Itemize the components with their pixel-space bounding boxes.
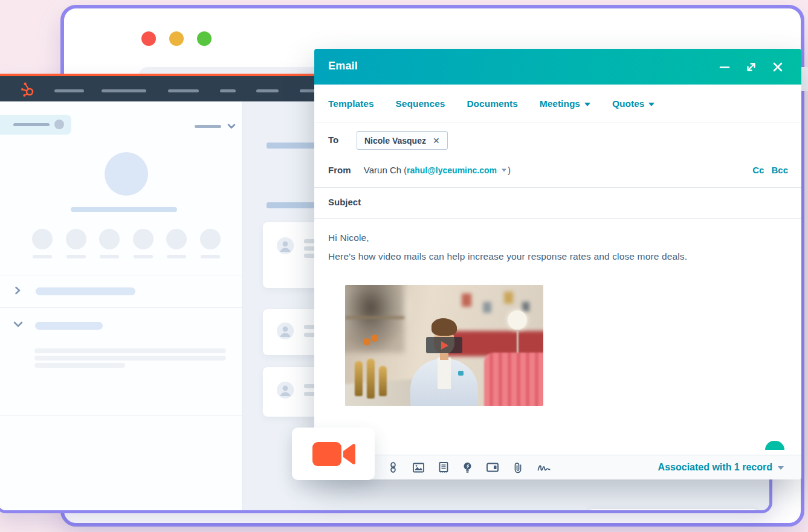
action-label-placeholder	[100, 255, 119, 258]
tab-documents[interactable]: Documents	[467, 98, 517, 109]
thumbnail-art-pink-booth	[484, 353, 543, 406]
body-message[interactable]: Here's how video mails can help increase…	[328, 251, 687, 262]
back-chip-text-placeholder	[13, 123, 50, 126]
modal-title: Email	[328, 60, 358, 72]
lightbulb-icon[interactable]	[463, 462, 472, 473]
contact-avatar-icon	[277, 237, 294, 254]
text-line-placeholder	[34, 348, 226, 353]
editor-toolbar	[388, 455, 551, 479]
cc-bcc: Cc Bcc	[752, 165, 788, 175]
to-label: To	[328, 135, 338, 145]
nav-item-placeholder[interactable]	[54, 89, 84, 92]
panel-divider	[0, 307, 242, 308]
action-label-placeholder	[66, 255, 86, 258]
chevron-right-icon[interactable]	[14, 286, 21, 295]
from-label: From	[328, 165, 351, 175]
tab-quotes[interactable]: Quotes	[612, 98, 654, 109]
contact-avatar-placeholder	[105, 152, 148, 196]
action-label-placeholder	[33, 255, 52, 258]
reply-box-placeholder[interactable]	[587, 509, 758, 513]
hubspot-logo-icon[interactable]	[20, 82, 36, 97]
document-icon[interactable]	[439, 462, 448, 473]
subject-input[interactable]	[381, 193, 780, 211]
thumbnail-art-lamp	[508, 310, 527, 330]
tab-label: Quotes	[612, 98, 644, 109]
peek-fab-arc	[765, 441, 784, 450]
section-title-placeholder[interactable]	[35, 322, 103, 330]
action-button-placeholder[interactable]	[32, 229, 53, 249]
nav-item-placeholder[interactable]	[168, 89, 199, 92]
body-greeting[interactable]: Hi Nicole,	[328, 232, 369, 243]
action-button-placeholder[interactable]	[133, 229, 154, 249]
video-insert-icon[interactable]	[486, 463, 499, 472]
thumbnail-art-man-shirt	[438, 357, 451, 389]
tab-sequences[interactable]: Sequences	[396, 98, 445, 109]
from-email-caret-icon[interactable]	[502, 169, 506, 172]
caret-down-icon	[648, 103, 654, 106]
recipient-chip[interactable]: Nicole Vasquez ✕	[357, 131, 448, 150]
image-icon[interactable]	[413, 463, 424, 473]
record-video-button[interactable]	[292, 428, 375, 480]
caret-down-icon	[584, 103, 590, 106]
tab-label: Templates	[328, 98, 374, 109]
from-name: Varun Ch	[364, 165, 401, 175]
associated-label: Associated with 1 record	[658, 462, 772, 473]
action-label-placeholder	[167, 255, 186, 258]
actions-label-placeholder	[195, 125, 221, 128]
link-icon[interactable]	[388, 462, 398, 473]
play-button[interactable]	[426, 337, 462, 353]
bcc-link[interactable]: Bcc	[771, 165, 788, 175]
cc-link[interactable]: Cc	[752, 165, 764, 175]
thumbnail-art-orange-fruit	[363, 338, 370, 345]
chevron-down-icon[interactable]	[227, 122, 236, 130]
back-chip[interactable]	[0, 115, 71, 135]
back-chip-avatar-placeholder	[54, 120, 64, 129]
traffic-light-minimize-icon[interactable]	[169, 31, 184, 46]
action-button-placeholder[interactable]	[200, 229, 221, 249]
remove-recipient-icon[interactable]: ✕	[433, 136, 440, 145]
section-title-placeholder[interactable]	[36, 287, 135, 295]
page: Email Templates Sequences Documents Meet…	[0, 0, 808, 532]
tab-meetings[interactable]: Meetings	[540, 98, 590, 109]
close-icon[interactable]	[771, 60, 784, 74]
nav-item-placeholder[interactable]	[220, 89, 236, 92]
from-row: From Varun Ch (rahul@lyceuminc.com )	[328, 165, 511, 175]
modal-header: Email	[314, 49, 801, 85]
tab-label: Meetings	[540, 98, 580, 109]
thumbnail-art-gold-bottle	[355, 361, 363, 396]
compose-tabs: Templates Sequences Documents Meetings Q…	[314, 85, 801, 123]
signature-icon[interactable]	[537, 463, 551, 472]
from-email-paren-close: )	[508, 165, 511, 175]
divider	[314, 218, 801, 219]
recipient-name: Nicole Vasquez	[364, 136, 426, 146]
play-icon	[441, 341, 448, 350]
from-email[interactable]: rahul@lyceuminc.com	[407, 165, 497, 175]
caret-down-icon	[778, 466, 784, 470]
tab-label: Sequences	[396, 98, 445, 109]
thumbnail-art-gold-bottle	[379, 366, 387, 396]
traffic-light-close-icon[interactable]	[141, 31, 156, 46]
contact-name-placeholder	[71, 207, 177, 212]
panel-divider	[0, 415, 242, 415]
chevron-down-icon[interactable]	[13, 320, 24, 328]
associated-records-dropdown[interactable]: Associated with 1 record	[658, 455, 784, 479]
action-button-placeholder[interactable]	[99, 229, 120, 249]
video-thumbnail[interactable]	[345, 285, 543, 406]
subject-label: Subject	[328, 197, 361, 207]
thumbnail-art-gold-bottle	[367, 359, 375, 399]
contact-panel	[0, 101, 243, 510]
minimize-icon[interactable]	[718, 60, 731, 74]
action-button-placeholder[interactable]	[66, 229, 86, 249]
traffic-light-zoom-icon[interactable]	[197, 31, 212, 46]
action-label-placeholder	[134, 255, 153, 258]
nav-item-placeholder[interactable]	[102, 89, 146, 92]
tab-templates[interactable]: Templates	[328, 98, 374, 109]
nav-item-placeholder[interactable]	[256, 89, 279, 92]
thumbnail-art-man-hair	[431, 318, 457, 336]
tab-label: Documents	[467, 98, 517, 109]
divider	[314, 187, 801, 188]
attachment-icon[interactable]	[513, 462, 523, 473]
action-button-placeholder[interactable]	[166, 229, 187, 249]
action-label-placeholder	[201, 255, 220, 258]
expand-icon[interactable]	[745, 60, 758, 74]
